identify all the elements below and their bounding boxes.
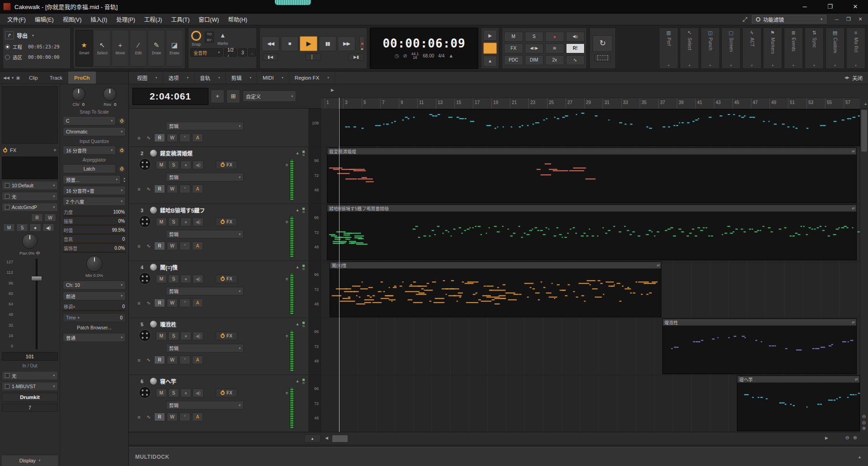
clip-menu-dropdown[interactable]: 剪辑 xyxy=(166,122,244,130)
read-automation-button[interactable]: R xyxy=(154,242,165,250)
menu-item[interactable]: 帮助(H) xyxy=(223,14,251,25)
solo-button[interactable]: S xyxy=(168,389,179,397)
track-name[interactable]: 閶(=)愯 xyxy=(160,263,292,271)
clip-lane[interactable] xyxy=(321,109,860,147)
time-offset-row[interactable]: Time + 0 xyxy=(63,313,126,322)
module-custom[interactable]: ▤ Custom xyxy=(826,28,844,69)
export-row-selection[interactable]: 选区 00:00:00:00 xyxy=(5,52,68,62)
pan-knob[interactable] xyxy=(22,233,38,249)
trackview-menu-选项[interactable]: 选项 xyxy=(163,71,195,84)
loop-button[interactable]: ↻ xyxy=(593,35,613,52)
tool-erase[interactable]: ◪ Erase xyxy=(166,30,183,67)
tab-track[interactable]: Track xyxy=(44,71,68,84)
timeline-ruler[interactable]: 1357911131517192123252729313335373941434… xyxy=(321,98,860,109)
solo-button[interactable]: S xyxy=(168,161,179,169)
mute-button[interactable]: M xyxy=(156,332,167,340)
trackview-menu-视图[interactable]: 视图 xyxy=(132,71,163,84)
module-act[interactable]: ϟ ACT xyxy=(742,28,761,69)
arp-param-row[interactable]: 力度 100% xyxy=(63,208,126,217)
latch-button[interactable]: Latch xyxy=(63,164,116,173)
menu-item[interactable]: 编辑(E) xyxy=(30,14,58,25)
collapse-tracks-button[interactable]: ▲ xyxy=(304,434,321,442)
multidock-expand-icon[interactable]: ▲ xyxy=(858,455,862,459)
mute-button[interactable]: M xyxy=(156,218,167,226)
track-fx-button[interactable]: FX xyxy=(216,218,237,226)
mix--button[interactable]: ● xyxy=(545,32,564,42)
mix-dim-button[interactable]: DIM xyxy=(525,55,544,65)
track-header[interactable]: 6 寝ヘ竽 ▲ M S ● ◀) FX + 剪辑 ≡ ∿ R xyxy=(129,375,309,432)
read-automation-button[interactable]: R xyxy=(154,133,165,142)
snap-division[interactable]: 1/2 ♩ xyxy=(224,48,237,57)
track-header[interactable]: 4 閶(=)愯 ▲ M S ● ◀) FX + 剪辑 ≡ ∿ R xyxy=(129,261,309,318)
arp-param-row[interactable]: 音高 0 xyxy=(63,235,126,244)
marks-toggle[interactable]: ▲ Marks xyxy=(217,31,228,46)
track-add-button[interactable]: + xyxy=(285,276,288,282)
archive-button[interactable]: A xyxy=(192,242,203,250)
fx-bin[interactable] xyxy=(2,157,58,179)
horizontal-scrollbar[interactable]: ▲ ◀ ▶ ⊖ ⊕ xyxy=(129,432,860,444)
dock-icon[interactable]: ▣ xyxy=(16,76,20,80)
child-minimize-button[interactable]: ─ xyxy=(831,16,843,22)
mix--button[interactable]: ≋ xyxy=(545,43,564,53)
scale-power-button[interactable] xyxy=(118,117,126,125)
fx-power-icon[interactable] xyxy=(3,148,7,152)
snap-toggle[interactable]: Snap xyxy=(191,31,201,47)
mix-2x-button[interactable]: 2x xyxy=(545,55,564,65)
clip-lane[interactable]: 鍟変穘渭婚煋 xyxy=(321,147,860,204)
minimize-button[interactable]: ─ xyxy=(792,0,817,13)
play-marker-icon[interactable]: ▶ xyxy=(331,88,334,92)
quantize-power-button[interactable] xyxy=(118,147,126,154)
archive-button[interactable]: A xyxy=(192,413,203,421)
clip-menu-dropdown[interactable]: 剪辑 xyxy=(166,230,244,238)
solo-button[interactable]: S xyxy=(168,275,179,283)
display-tab[interactable]: Display xyxy=(2,455,58,466)
snap-value-dropdown[interactable]: 全音符 xyxy=(190,48,223,57)
fx-slot-dropdown[interactable]: 10:Default xyxy=(2,181,58,190)
child-close-button[interactable]: ✕ xyxy=(854,16,866,22)
track-name[interactable]: 寝ヘ竽 xyxy=(160,377,292,385)
snapshot-button[interactable]: * xyxy=(179,299,190,307)
snapshot-button[interactable]: * xyxy=(179,133,190,142)
mix-s-button[interactable]: S xyxy=(525,32,544,42)
track-collapse-icon[interactable]: ▲ xyxy=(296,322,299,326)
mute-button[interactable]: M xyxy=(156,389,167,397)
track-icon-large[interactable] xyxy=(139,272,151,285)
undock-icon[interactable]: ⤢ xyxy=(743,16,747,23)
scroll-left-button[interactable]: ◀ xyxy=(325,436,328,440)
tool-select[interactable]: ↖ Select xyxy=(94,30,111,67)
clip-menu-dropdown[interactable]: 剪辑 xyxy=(166,287,244,295)
patch-number[interactable]: 7 xyxy=(2,404,58,412)
mix-m-button[interactable]: M xyxy=(504,32,523,42)
arp-power-button[interactable] xyxy=(118,165,126,173)
module-markers[interactable]: ⚑ Markers xyxy=(763,28,782,69)
radio-selection[interactable] xyxy=(5,55,10,60)
mix-s-button[interactable]: ◀S▶ xyxy=(525,43,544,53)
add-fx-button[interactable]: + xyxy=(53,147,57,153)
snapshot-button[interactable]: * xyxy=(179,242,190,250)
read-button[interactable]: R xyxy=(31,214,43,222)
clip-lane[interactable]: 鍒哈B锿埸す5鐡フ珛茸畨姏级 xyxy=(321,204,860,261)
zoom-in-vertical-button[interactable]: ⊕ xyxy=(862,426,866,431)
track-header[interactable]: 3 鍒哈B锿埸す5鐡フ ▲ M S ● ◀) FX + 剪辑 ≡ ∿ xyxy=(129,204,309,261)
transpose-row[interactable]: 移调+ 0 xyxy=(63,302,126,311)
module-select[interactable]: ↖ Select xyxy=(680,28,699,69)
arm-button[interactable]: ● xyxy=(180,218,191,226)
track-collapse-icon[interactable]: ▲ xyxy=(296,379,299,383)
write-automation-button[interactable]: W xyxy=(167,242,178,250)
zoom-out-vertical-button[interactable]: ⊖ xyxy=(862,414,866,419)
armed-indicator-button[interactable] xyxy=(483,43,497,53)
track-fx-button[interactable]: FX xyxy=(216,161,237,169)
write-automation-button[interactable]: W xyxy=(167,185,178,193)
menu-item[interactable]: 视图(V) xyxy=(58,14,86,25)
horizontal-scrollbar-thumb[interactable] xyxy=(332,435,348,442)
tab-clip[interactable]: Clip xyxy=(23,71,44,84)
zoom-out-button[interactable]: ⊖ xyxy=(845,435,849,441)
snap-count[interactable]: 3 xyxy=(238,48,247,57)
monitor-button[interactable]: ◀) xyxy=(193,389,203,397)
read-automation-button[interactable]: R xyxy=(154,185,165,193)
small-toggle-button[interactable]: ● xyxy=(29,223,41,232)
mix--button[interactable]: ∿ xyxy=(566,55,585,65)
snap-dot[interactable]: . xyxy=(248,48,256,57)
arm-button[interactable]: ● xyxy=(180,332,191,340)
read-automation-button[interactable]: R xyxy=(154,356,165,364)
